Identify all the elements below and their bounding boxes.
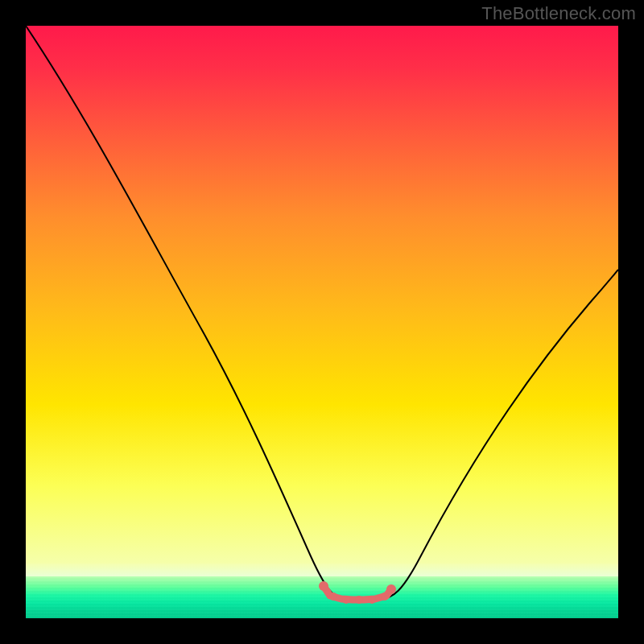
trough-dot	[342, 596, 350, 604]
curve-layer	[26, 26, 618, 618]
chart-frame: TheBottleneck.com	[0, 0, 644, 644]
trough-dot	[368, 596, 376, 604]
bottleneck-curve	[26, 26, 618, 599]
watermark-text: TheBottleneck.com	[481, 3, 636, 24]
trough-dot	[329, 592, 337, 601]
trough-dot	[319, 581, 328, 591]
trough-dot	[355, 596, 363, 604]
trough-dot	[381, 592, 389, 601]
plot-area	[26, 26, 618, 618]
trough-dot	[386, 584, 396, 594]
